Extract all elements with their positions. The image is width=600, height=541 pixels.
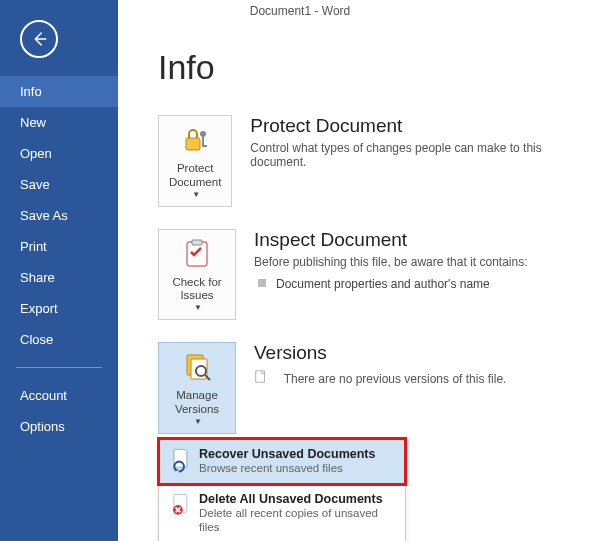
lock-key-icon [179, 124, 211, 156]
sidebar-item-print[interactable]: Print [0, 231, 118, 262]
section-protect: Protect Document▼ Protect Document Contr… [158, 115, 582, 207]
menu-item-title: Recover Unsaved Documents [199, 447, 375, 461]
sidebar-item-save-as[interactable]: Save As [0, 200, 118, 231]
check-for-issues-button[interactable]: Check for Issues▼ [158, 229, 236, 321]
protect-document-button[interactable]: Protect Document▼ [158, 115, 232, 207]
sidebar-item-options[interactable]: Options [0, 411, 118, 442]
document-icon [254, 370, 270, 387]
inspect-heading: Inspect Document [254, 229, 528, 251]
sidebar-item-new[interactable]: New [0, 107, 118, 138]
chevron-down-icon: ▼ [192, 190, 200, 199]
sidebar-item-export[interactable]: Export [0, 293, 118, 324]
sidebar-item-save[interactable]: Save [0, 169, 118, 200]
bullet-icon [258, 279, 266, 287]
main: Info Protect Document▼ Protect Document … [118, 0, 600, 541]
document-delete-icon [169, 492, 199, 521]
inspect-item: Document properties and author's name [276, 276, 490, 290]
protect-desc: Control what types of changes people can… [250, 141, 582, 169]
sidebar-item-close[interactable]: Close [0, 324, 118, 355]
checklist-icon [181, 238, 213, 270]
arrow-left-icon [30, 30, 48, 48]
versions-heading: Versions [254, 342, 506, 364]
document-stack-magnify-icon [181, 351, 213, 383]
svg-rect-2 [187, 242, 207, 266]
tile-label: Check for Issues [163, 276, 231, 304]
tile-label: Protect Document [163, 162, 227, 190]
inspect-desc: Before publishing this file, be aware th… [254, 255, 528, 269]
chevron-down-icon: ▼ [194, 417, 202, 426]
chevron-down-icon: ▼ [194, 303, 202, 312]
page-title: Info [158, 48, 582, 87]
section-inspect: Check for Issues▼ Inspect Document Befor… [158, 229, 582, 321]
svg-rect-10 [256, 371, 265, 382]
sidebar-item-info[interactable]: Info [0, 76, 118, 107]
tile-label: Manage Versions [163, 389, 231, 417]
menu-item-desc: Delete all recent copies of unsaved file… [199, 506, 395, 535]
manage-versions-menu: Recover Unsaved DocumentsBrowse recent u… [158, 438, 406, 541]
manage-versions-button[interactable]: Manage Versions▼ [158, 342, 236, 434]
sidebar-item-account[interactable]: Account [0, 380, 118, 411]
protect-heading: Protect Document [250, 115, 582, 137]
svg-point-1 [200, 131, 206, 137]
sidebar-item-share[interactable]: Share [0, 262, 118, 293]
sidebar-separator [16, 367, 102, 368]
sidebar: Info New Open Save Save As Print Share E… [0, 0, 118, 541]
versions-none-text: There are no previous versions of this f… [284, 372, 507, 386]
back-button[interactable] [20, 20, 58, 58]
sidebar-item-open[interactable]: Open [0, 138, 118, 169]
recover-unsaved-documents-item[interactable]: Recover Unsaved DocumentsBrowse recent u… [159, 439, 405, 484]
svg-rect-3 [192, 240, 202, 245]
delete-all-unsaved-documents-item[interactable]: Delete All Unsaved DocumentsDelete all r… [159, 484, 405, 541]
menu-item-title: Delete All Unsaved Documents [199, 492, 395, 506]
svg-rect-7 [174, 449, 187, 467]
section-versions: Manage Versions▼ Recover Unsaved Documen… [158, 342, 582, 438]
svg-rect-0 [186, 138, 200, 150]
menu-item-desc: Browse recent unsaved files [199, 461, 375, 475]
document-recover-icon [169, 447, 199, 476]
